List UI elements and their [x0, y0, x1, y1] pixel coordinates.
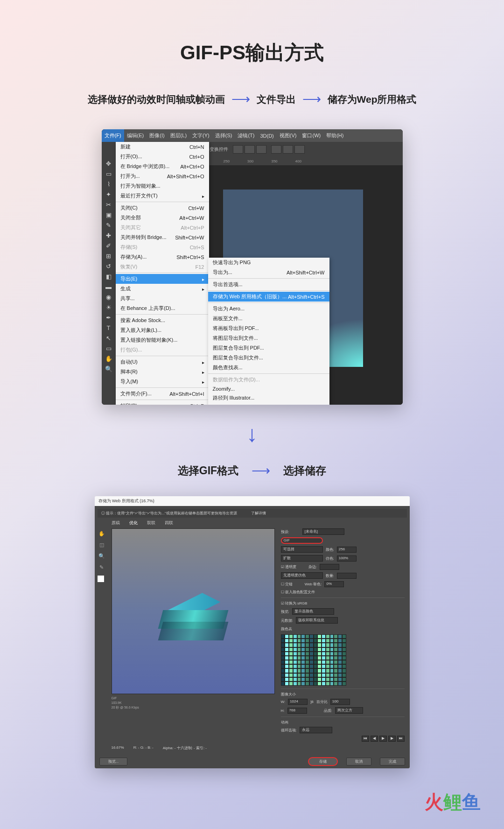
align-btn[interactable]	[256, 145, 266, 154]
menu-item[interactable]: 最近打开文件(T) ▸	[116, 191, 209, 201]
trans-dither-select[interactable]: 无透明度仿色	[281, 572, 323, 579]
crop-tool-icon[interactable]: ✂	[103, 200, 114, 210]
submenu-item[interactable]: 将画板导出到 PDF...	[208, 323, 329, 333]
brush-tool-icon[interactable]: ✐	[103, 241, 114, 251]
submenu-item[interactable]: 导出为...Alt+Shift+Ctrl+W	[208, 267, 329, 277]
submenu-item[interactable]: 导出首选项...	[208, 280, 329, 289]
menu-item[interactable]: 在 Behance 上共享(D)...	[116, 303, 209, 313]
colors-input[interactable]: 256	[337, 547, 357, 553]
align-btn[interactable]	[271, 145, 281, 154]
amount-input[interactable]	[337, 573, 357, 579]
submenu-item[interactable]: 画板至文件...	[208, 314, 329, 323]
menu-item[interactable]: 在 Bridge 中浏览(B)...Alt+Ctrl+O	[116, 162, 209, 171]
cancel-button[interactable]: 取消	[346, 758, 371, 766]
lasso-tool-icon[interactable]: ⌇	[103, 179, 114, 189]
path-tool-icon[interactable]: ↖	[103, 333, 114, 343]
menu-item[interactable]: 新建Ctrl+N	[116, 142, 209, 152]
menu-item[interactable]: 打开为...Alt+Shift+Ctrl+O	[116, 171, 209, 181]
embed-check[interactable]: ☐ 嵌入颜色配置文件	[281, 590, 315, 595]
dither-select[interactable]: 扩散	[281, 555, 323, 562]
frame-tool-icon[interactable]: ▣	[103, 210, 114, 220]
done-button[interactable]: 完成	[380, 758, 405, 766]
menu-item[interactable]: 恢复(V)F12	[116, 262, 209, 272]
menu-3d[interactable]: 3D(D)	[257, 129, 276, 142]
menu-item[interactable]: 打包(G)...	[116, 345, 209, 355]
tab-optimized[interactable]: 优化	[129, 520, 138, 526]
tab-4up[interactable]: 四联	[165, 520, 173, 526]
menu-edit[interactable]: 编辑(E)	[124, 129, 147, 142]
websnap-input[interactable]: 0%	[324, 581, 344, 587]
marquee-tool-icon[interactable]: ▭	[103, 169, 114, 179]
menu-item[interactable]: 搜索 Adobe Stock...	[116, 316, 209, 325]
menu-item[interactable]: 脚本(R) ▸	[116, 367, 209, 377]
menu-item[interactable]: 存储为(A)...Shift+Ctrl+S	[116, 252, 209, 262]
tab-2up[interactable]: 双联	[147, 520, 155, 526]
menu-layer[interactable]: 图层(L)	[168, 129, 189, 142]
save-button[interactable]: 存储	[308, 757, 338, 766]
menu-item[interactable]: 置入嵌入对象(L)...	[116, 325, 209, 335]
stamp-tool-icon[interactable]: ⊞	[103, 251, 114, 261]
play-btn[interactable]: ▶	[379, 736, 387, 742]
prev-frame-btn[interactable]: ◀	[371, 736, 378, 742]
quality-select[interactable]: 两次立方	[335, 707, 363, 714]
menu-item[interactable]: 导出(E) ▸	[116, 274, 209, 284]
preview-pane[interactable]	[112, 528, 275, 694]
submenu-item[interactable]: Zoomify...	[208, 385, 329, 393]
tab-original[interactable]: 原稿	[112, 520, 120, 526]
submenu-item[interactable]: 渲染视频...	[208, 403, 329, 405]
submenu-item[interactable]: 图层复合导出到文件...	[208, 353, 329, 363]
menu-item[interactable]: 共享...	[116, 294, 209, 303]
menu-item[interactable]: 文件简介(F)...Alt+Shift+Ctrl+I	[116, 389, 209, 399]
shape-tool-icon[interactable]: ▭	[103, 344, 114, 353]
height-input[interactable]: 768	[287, 708, 307, 714]
menu-view[interactable]: 视图(V)	[277, 129, 300, 142]
transparency-check[interactable]: ☑ 透明度	[281, 564, 296, 569]
menu-item[interactable]: 导入(M) ▸	[116, 377, 209, 386]
matte-select[interactable]	[320, 564, 339, 570]
eraser-tool-icon[interactable]: ◧	[103, 272, 114, 281]
learn-more-link[interactable]: 了解详情	[251, 511, 266, 516]
menu-item[interactable]: 打印(P)...Ctrl+P	[116, 401, 209, 405]
blur-tool-icon[interactable]: ◉	[103, 292, 114, 302]
loop-select[interactable]: 永远	[300, 727, 332, 733]
menu-item[interactable]: 关闭并转到 Bridge...Shift+Ctrl+W	[116, 232, 209, 242]
submenu-item[interactable]: 图层复合导出到 PDF...	[208, 343, 329, 353]
submenu-item[interactable]: 路径到 Illustrator...	[208, 393, 329, 403]
menu-item[interactable]: 置入链接的智能对象(K)...	[116, 335, 209, 345]
last-frame-btn[interactable]: ⏭	[397, 736, 405, 742]
zoom-select[interactable]: 16.67%	[112, 745, 124, 751]
zoom-tool-icon[interactable]: 🔍	[103, 364, 114, 374]
eyedropper-tool-icon[interactable]: ✎	[103, 220, 114, 230]
menu-type[interactable]: 文字(Y)	[189, 129, 212, 142]
interlaced-check[interactable]: ☐ 交错	[281, 582, 293, 587]
align-btn[interactable]	[294, 145, 305, 154]
preset-select[interactable]: [未命名]	[302, 528, 344, 535]
zoom-icon[interactable]: 🔍	[98, 553, 106, 562]
menu-item[interactable]: 打开为智能对象...	[116, 181, 209, 191]
submenu-item[interactable]: 快速导出为 PNG	[208, 258, 329, 267]
gradient-tool-icon[interactable]: ▬	[103, 282, 114, 292]
menu-item[interactable]: 打开(O)...Ctrl+O	[116, 152, 209, 162]
reduction-select[interactable]: 可选择	[281, 546, 323, 553]
slice-icon[interactable]: ◫	[98, 542, 106, 550]
format-select[interactable]: GIF	[281, 537, 323, 544]
next-frame-btn[interactable]: ▶	[388, 736, 396, 742]
first-frame-btn[interactable]: ⏮	[362, 736, 369, 742]
pen-tool-icon[interactable]: ✒	[103, 313, 114, 323]
menu-image[interactable]: 图像(I)	[147, 129, 167, 142]
hand-icon[interactable]: ✋	[98, 531, 106, 539]
submenu-item[interactable]: 将图层导出到文件...	[208, 333, 329, 343]
history-tool-icon[interactable]: ↺	[103, 261, 114, 271]
align-btn[interactable]	[233, 145, 243, 154]
submenu-item[interactable]: 颜色查找表...	[208, 363, 329, 372]
menu-window[interactable]: 窗口(W)	[299, 129, 323, 142]
dodge-tool-icon[interactable]: ☀	[103, 302, 114, 312]
width-input[interactable]: 1024	[288, 699, 308, 705]
dither-input[interactable]: 100%	[337, 555, 357, 562]
color-table[interactable]	[281, 634, 346, 686]
metadata-select[interactable]: 版权和联系信息	[296, 617, 338, 624]
menu-file[interactable]: 文件(F)	[102, 129, 124, 142]
srgb-check[interactable]: ☑ 转换为 sRGB	[281, 601, 308, 606]
submenu-item[interactable]: 导出为 Aero...	[208, 304, 329, 314]
color-swatch-icon[interactable]	[98, 576, 104, 582]
